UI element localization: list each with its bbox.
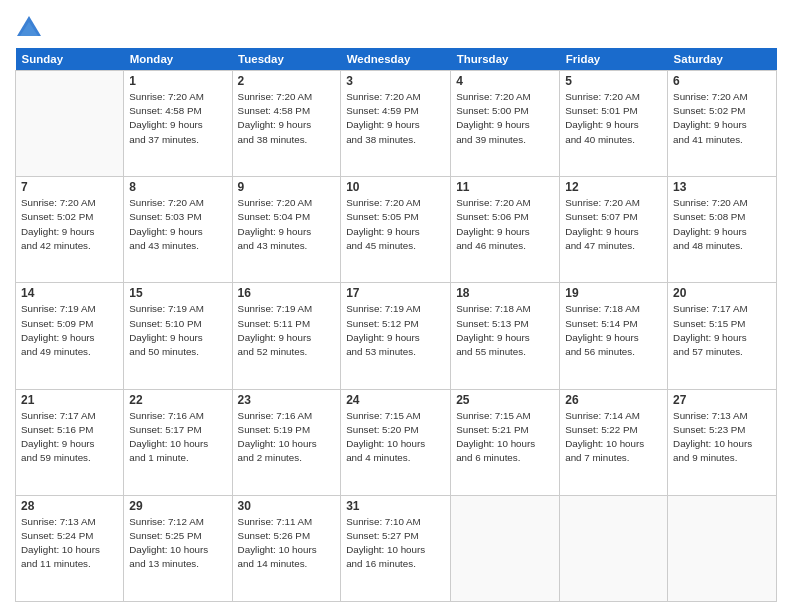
calendar-cell: [451, 495, 560, 601]
day-number: 13: [673, 180, 771, 194]
day-number: 26: [565, 393, 662, 407]
day-info: Sunrise: 7:18 AM Sunset: 5:14 PM Dayligh…: [565, 302, 662, 359]
day-info: Sunrise: 7:20 AM Sunset: 5:00 PM Dayligh…: [456, 90, 554, 147]
calendar-cell: 18Sunrise: 7:18 AM Sunset: 5:13 PM Dayli…: [451, 283, 560, 389]
calendar-cell: 27Sunrise: 7:13 AM Sunset: 5:23 PM Dayli…: [668, 389, 777, 495]
calendar-cell: 8Sunrise: 7:20 AM Sunset: 5:03 PM Daylig…: [124, 177, 232, 283]
day-info: Sunrise: 7:19 AM Sunset: 5:09 PM Dayligh…: [21, 302, 118, 359]
calendar-cell: 25Sunrise: 7:15 AM Sunset: 5:21 PM Dayli…: [451, 389, 560, 495]
day-header-sunday: Sunday: [16, 48, 124, 71]
calendar-cell: 15Sunrise: 7:19 AM Sunset: 5:10 PM Dayli…: [124, 283, 232, 389]
day-number: 23: [238, 393, 336, 407]
day-info: Sunrise: 7:20 AM Sunset: 4:58 PM Dayligh…: [238, 90, 336, 147]
day-header-thursday: Thursday: [451, 48, 560, 71]
day-number: 16: [238, 286, 336, 300]
day-info: Sunrise: 7:18 AM Sunset: 5:13 PM Dayligh…: [456, 302, 554, 359]
day-number: 9: [238, 180, 336, 194]
day-info: Sunrise: 7:15 AM Sunset: 5:21 PM Dayligh…: [456, 409, 554, 466]
calendar-cell: 12Sunrise: 7:20 AM Sunset: 5:07 PM Dayli…: [560, 177, 668, 283]
calendar-header-row: SundayMondayTuesdayWednesdayThursdayFrid…: [16, 48, 777, 71]
calendar-cell: 24Sunrise: 7:15 AM Sunset: 5:20 PM Dayli…: [341, 389, 451, 495]
day-info: Sunrise: 7:10 AM Sunset: 5:27 PM Dayligh…: [346, 515, 445, 572]
calendar-cell: 16Sunrise: 7:19 AM Sunset: 5:11 PM Dayli…: [232, 283, 341, 389]
calendar-cell: 26Sunrise: 7:14 AM Sunset: 5:22 PM Dayli…: [560, 389, 668, 495]
logo: [15, 14, 46, 42]
calendar-cell: 21Sunrise: 7:17 AM Sunset: 5:16 PM Dayli…: [16, 389, 124, 495]
day-info: Sunrise: 7:16 AM Sunset: 5:19 PM Dayligh…: [238, 409, 336, 466]
calendar-week-row: 21Sunrise: 7:17 AM Sunset: 5:16 PM Dayli…: [16, 389, 777, 495]
day-info: Sunrise: 7:20 AM Sunset: 5:02 PM Dayligh…: [673, 90, 771, 147]
day-header-friday: Friday: [560, 48, 668, 71]
calendar-cell: 19Sunrise: 7:18 AM Sunset: 5:14 PM Dayli…: [560, 283, 668, 389]
calendar-cell: 7Sunrise: 7:20 AM Sunset: 5:02 PM Daylig…: [16, 177, 124, 283]
day-number: 6: [673, 74, 771, 88]
day-info: Sunrise: 7:20 AM Sunset: 5:04 PM Dayligh…: [238, 196, 336, 253]
day-info: Sunrise: 7:20 AM Sunset: 5:01 PM Dayligh…: [565, 90, 662, 147]
day-number: 7: [21, 180, 118, 194]
day-info: Sunrise: 7:11 AM Sunset: 5:26 PM Dayligh…: [238, 515, 336, 572]
day-info: Sunrise: 7:16 AM Sunset: 5:17 PM Dayligh…: [129, 409, 226, 466]
calendar-cell: 30Sunrise: 7:11 AM Sunset: 5:26 PM Dayli…: [232, 495, 341, 601]
calendar-week-row: 1Sunrise: 7:20 AM Sunset: 4:58 PM Daylig…: [16, 71, 777, 177]
day-number: 25: [456, 393, 554, 407]
day-number: 15: [129, 286, 226, 300]
day-info: Sunrise: 7:17 AM Sunset: 5:16 PM Dayligh…: [21, 409, 118, 466]
day-number: 28: [21, 499, 118, 513]
calendar-cell: 23Sunrise: 7:16 AM Sunset: 5:19 PM Dayli…: [232, 389, 341, 495]
day-number: 12: [565, 180, 662, 194]
calendar-cell: 28Sunrise: 7:13 AM Sunset: 5:24 PM Dayli…: [16, 495, 124, 601]
calendar-cell: 3Sunrise: 7:20 AM Sunset: 4:59 PM Daylig…: [341, 71, 451, 177]
calendar-cell: 5Sunrise: 7:20 AM Sunset: 5:01 PM Daylig…: [560, 71, 668, 177]
calendar-cell: 9Sunrise: 7:20 AM Sunset: 5:04 PM Daylig…: [232, 177, 341, 283]
day-info: Sunrise: 7:20 AM Sunset: 5:02 PM Dayligh…: [21, 196, 118, 253]
calendar-cell: 17Sunrise: 7:19 AM Sunset: 5:12 PM Dayli…: [341, 283, 451, 389]
calendar-cell: 31Sunrise: 7:10 AM Sunset: 5:27 PM Dayli…: [341, 495, 451, 601]
day-info: Sunrise: 7:20 AM Sunset: 5:06 PM Dayligh…: [456, 196, 554, 253]
day-number: 22: [129, 393, 226, 407]
header: [15, 10, 777, 42]
calendar-cell: 22Sunrise: 7:16 AM Sunset: 5:17 PM Dayli…: [124, 389, 232, 495]
day-info: Sunrise: 7:14 AM Sunset: 5:22 PM Dayligh…: [565, 409, 662, 466]
day-info: Sunrise: 7:12 AM Sunset: 5:25 PM Dayligh…: [129, 515, 226, 572]
day-header-wednesday: Wednesday: [341, 48, 451, 71]
day-number: 30: [238, 499, 336, 513]
day-info: Sunrise: 7:19 AM Sunset: 5:11 PM Dayligh…: [238, 302, 336, 359]
calendar-cell: [668, 495, 777, 601]
calendar-week-row: 28Sunrise: 7:13 AM Sunset: 5:24 PM Dayli…: [16, 495, 777, 601]
day-info: Sunrise: 7:20 AM Sunset: 5:07 PM Dayligh…: [565, 196, 662, 253]
day-number: 17: [346, 286, 445, 300]
day-info: Sunrise: 7:19 AM Sunset: 5:12 PM Dayligh…: [346, 302, 445, 359]
day-number: 31: [346, 499, 445, 513]
day-number: 27: [673, 393, 771, 407]
day-info: Sunrise: 7:20 AM Sunset: 5:08 PM Dayligh…: [673, 196, 771, 253]
day-header-monday: Monday: [124, 48, 232, 71]
calendar-cell: 29Sunrise: 7:12 AM Sunset: 5:25 PM Dayli…: [124, 495, 232, 601]
calendar-cell: 13Sunrise: 7:20 AM Sunset: 5:08 PM Dayli…: [668, 177, 777, 283]
calendar-cell: 14Sunrise: 7:19 AM Sunset: 5:09 PM Dayli…: [16, 283, 124, 389]
calendar-cell: [560, 495, 668, 601]
day-number: 18: [456, 286, 554, 300]
day-number: 20: [673, 286, 771, 300]
day-info: Sunrise: 7:20 AM Sunset: 4:58 PM Dayligh…: [129, 90, 226, 147]
day-number: 1: [129, 74, 226, 88]
day-info: Sunrise: 7:20 AM Sunset: 4:59 PM Dayligh…: [346, 90, 445, 147]
logo-icon: [15, 14, 43, 42]
calendar-cell: 1Sunrise: 7:20 AM Sunset: 4:58 PM Daylig…: [124, 71, 232, 177]
day-info: Sunrise: 7:20 AM Sunset: 5:03 PM Dayligh…: [129, 196, 226, 253]
calendar-week-row: 7Sunrise: 7:20 AM Sunset: 5:02 PM Daylig…: [16, 177, 777, 283]
calendar-cell: [16, 71, 124, 177]
day-number: 2: [238, 74, 336, 88]
day-number: 4: [456, 74, 554, 88]
day-number: 11: [456, 180, 554, 194]
day-number: 5: [565, 74, 662, 88]
calendar-week-row: 14Sunrise: 7:19 AM Sunset: 5:09 PM Dayli…: [16, 283, 777, 389]
day-info: Sunrise: 7:13 AM Sunset: 5:23 PM Dayligh…: [673, 409, 771, 466]
calendar-cell: 20Sunrise: 7:17 AM Sunset: 5:15 PM Dayli…: [668, 283, 777, 389]
day-info: Sunrise: 7:20 AM Sunset: 5:05 PM Dayligh…: [346, 196, 445, 253]
calendar-table: SundayMondayTuesdayWednesdayThursdayFrid…: [15, 48, 777, 602]
day-number: 19: [565, 286, 662, 300]
calendar-cell: 4Sunrise: 7:20 AM Sunset: 5:00 PM Daylig…: [451, 71, 560, 177]
day-info: Sunrise: 7:13 AM Sunset: 5:24 PM Dayligh…: [21, 515, 118, 572]
day-number: 29: [129, 499, 226, 513]
day-number: 10: [346, 180, 445, 194]
